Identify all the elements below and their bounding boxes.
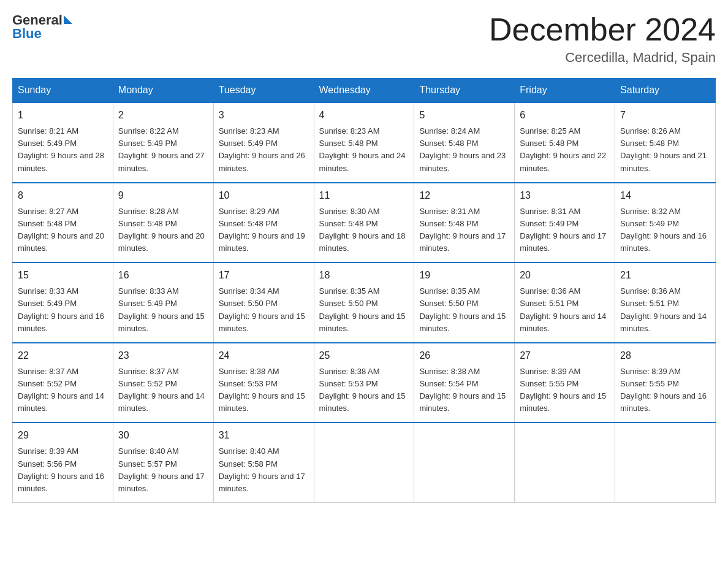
day-number: 5 [419,108,509,123]
day-number: 6 [520,108,610,123]
day-number: 30 [118,428,208,443]
day-number: 22 [18,348,108,363]
day-info: Sunrise: 8:28 AM Sunset: 5:48 PM Dayligh… [118,205,208,255]
day-number: 19 [419,268,509,283]
day-number: 21 [620,268,710,283]
day-number: 15 [18,268,108,283]
table-row [314,423,414,502]
table-row: 28 Sunrise: 8:39 AM Sunset: 5:55 PM Dayl… [615,343,716,423]
logo-text-blue: Blue [12,26,72,42]
day-info: Sunrise: 8:40 AM Sunset: 5:57 PM Dayligh… [118,445,208,495]
day-info: Sunrise: 8:27 AM Sunset: 5:48 PM Dayligh… [18,205,108,255]
day-info: Sunrise: 8:35 AM Sunset: 5:50 PM Dayligh… [419,285,509,335]
table-row: 14 Sunrise: 8:32 AM Sunset: 5:49 PM Dayl… [615,183,716,263]
table-row: 1 Sunrise: 8:21 AM Sunset: 5:49 PM Dayli… [13,102,113,183]
calendar-week-row: 29 Sunrise: 8:39 AM Sunset: 5:56 PM Dayl… [13,423,716,502]
day-info: Sunrise: 8:36 AM Sunset: 5:51 PM Dayligh… [520,285,610,335]
table-row [414,423,515,502]
day-number: 4 [319,108,409,123]
calendar-week-row: 22 Sunrise: 8:37 AM Sunset: 5:52 PM Dayl… [13,343,716,423]
calendar-title: December 2024 [489,12,716,47]
day-number: 13 [520,188,610,203]
table-row: 19 Sunrise: 8:35 AM Sunset: 5:50 PM Dayl… [414,262,515,343]
table-row: 30 Sunrise: 8:40 AM Sunset: 5:57 PM Dayl… [113,423,213,502]
day-info: Sunrise: 8:26 AM Sunset: 5:48 PM Dayligh… [620,125,710,175]
calendar-table: Sunday Monday Tuesday Wednesday Thursday… [12,78,716,503]
table-row [615,423,716,502]
day-info: Sunrise: 8:29 AM Sunset: 5:48 PM Dayligh… [219,205,309,255]
day-info: Sunrise: 8:37 AM Sunset: 5:52 PM Dayligh… [18,366,108,415]
table-row: 6 Sunrise: 8:25 AM Sunset: 5:48 PM Dayli… [515,102,615,183]
day-number: 29 [18,428,108,443]
table-row: 18 Sunrise: 8:35 AM Sunset: 5:50 PM Dayl… [314,262,414,343]
col-wednesday: Wednesday [314,79,414,103]
day-number: 3 [219,108,309,123]
table-row: 12 Sunrise: 8:31 AM Sunset: 5:48 PM Dayl… [414,183,515,263]
table-row: 22 Sunrise: 8:37 AM Sunset: 5:52 PM Dayl… [13,343,113,423]
day-info: Sunrise: 8:31 AM Sunset: 5:49 PM Dayligh… [520,205,610,255]
table-row: 10 Sunrise: 8:29 AM Sunset: 5:48 PM Dayl… [213,183,314,263]
day-number: 17 [219,268,309,283]
table-row: 31 Sunrise: 8:40 AM Sunset: 5:58 PM Dayl… [213,423,314,502]
col-tuesday: Tuesday [213,79,314,103]
table-row: 27 Sunrise: 8:39 AM Sunset: 5:55 PM Dayl… [515,343,615,423]
day-number: 24 [219,348,309,363]
calendar-week-row: 1 Sunrise: 8:21 AM Sunset: 5:49 PM Dayli… [13,102,716,183]
day-info: Sunrise: 8:34 AM Sunset: 5:50 PM Dayligh… [219,285,309,335]
day-number: 2 [118,108,208,123]
day-info: Sunrise: 8:23 AM Sunset: 5:49 PM Dayligh… [219,125,309,175]
table-row: 2 Sunrise: 8:22 AM Sunset: 5:49 PM Dayli… [113,102,213,183]
calendar-header-row: Sunday Monday Tuesday Wednesday Thursday… [13,79,716,103]
day-info: Sunrise: 8:39 AM Sunset: 5:55 PM Dayligh… [620,366,710,415]
day-info: Sunrise: 8:22 AM Sunset: 5:49 PM Dayligh… [118,125,208,175]
day-number: 1 [18,108,108,123]
table-row: 9 Sunrise: 8:28 AM Sunset: 5:48 PM Dayli… [113,183,213,263]
day-number: 16 [118,268,208,283]
day-number: 14 [620,188,710,203]
day-number: 20 [520,268,610,283]
table-row: 23 Sunrise: 8:37 AM Sunset: 5:52 PM Dayl… [113,343,213,423]
day-info: Sunrise: 8:36 AM Sunset: 5:51 PM Dayligh… [620,285,710,335]
calendar-week-row: 8 Sunrise: 8:27 AM Sunset: 5:48 PM Dayli… [13,183,716,263]
day-info: Sunrise: 8:25 AM Sunset: 5:48 PM Dayligh… [520,125,610,175]
day-number: 27 [520,348,610,363]
table-row: 20 Sunrise: 8:36 AM Sunset: 5:51 PM Dayl… [515,262,615,343]
title-block: December 2024 Cercedilla, Madrid, Spain [489,12,716,66]
table-row: 4 Sunrise: 8:23 AM Sunset: 5:48 PM Dayli… [314,102,414,183]
day-info: Sunrise: 8:39 AM Sunset: 5:55 PM Dayligh… [520,366,610,415]
day-number: 9 [118,188,208,203]
day-info: Sunrise: 8:32 AM Sunset: 5:49 PM Dayligh… [620,205,710,255]
table-row: 29 Sunrise: 8:39 AM Sunset: 5:56 PM Dayl… [13,423,113,502]
table-row: 24 Sunrise: 8:38 AM Sunset: 5:53 PM Dayl… [213,343,314,423]
col-monday: Monday [113,79,213,103]
day-info: Sunrise: 8:33 AM Sunset: 5:49 PM Dayligh… [118,285,208,335]
col-saturday: Saturday [615,79,716,103]
day-info: Sunrise: 8:30 AM Sunset: 5:48 PM Dayligh… [319,205,409,255]
day-info: Sunrise: 8:38 AM Sunset: 5:53 PM Dayligh… [219,366,309,415]
table-row: 17 Sunrise: 8:34 AM Sunset: 5:50 PM Dayl… [213,262,314,343]
day-info: Sunrise: 8:33 AM Sunset: 5:49 PM Dayligh… [18,285,108,335]
day-number: 23 [118,348,208,363]
calendar-subtitle: Cercedilla, Madrid, Spain [489,50,716,66]
day-number: 12 [419,188,509,203]
col-friday: Friday [515,79,615,103]
page-header: General Blue December 2024 Cercedilla, M… [12,12,716,66]
day-info: Sunrise: 8:38 AM Sunset: 5:53 PM Dayligh… [319,366,409,415]
col-sunday: Sunday [13,79,113,103]
day-number: 31 [219,428,309,443]
day-info: Sunrise: 8:37 AM Sunset: 5:52 PM Dayligh… [118,366,208,415]
table-row: 8 Sunrise: 8:27 AM Sunset: 5:48 PM Dayli… [13,183,113,263]
table-row [515,423,615,502]
day-number: 8 [18,188,108,203]
table-row: 26 Sunrise: 8:38 AM Sunset: 5:54 PM Dayl… [414,343,515,423]
logo-triangle-icon [64,15,72,24]
day-number: 10 [219,188,309,203]
day-number: 26 [419,348,509,363]
day-number: 25 [319,348,409,363]
col-thursday: Thursday [414,79,515,103]
day-number: 11 [319,188,409,203]
day-info: Sunrise: 8:35 AM Sunset: 5:50 PM Dayligh… [319,285,409,335]
day-info: Sunrise: 8:24 AM Sunset: 5:48 PM Dayligh… [419,125,509,175]
day-info: Sunrise: 8:31 AM Sunset: 5:48 PM Dayligh… [419,205,509,255]
day-number: 28 [620,348,710,363]
